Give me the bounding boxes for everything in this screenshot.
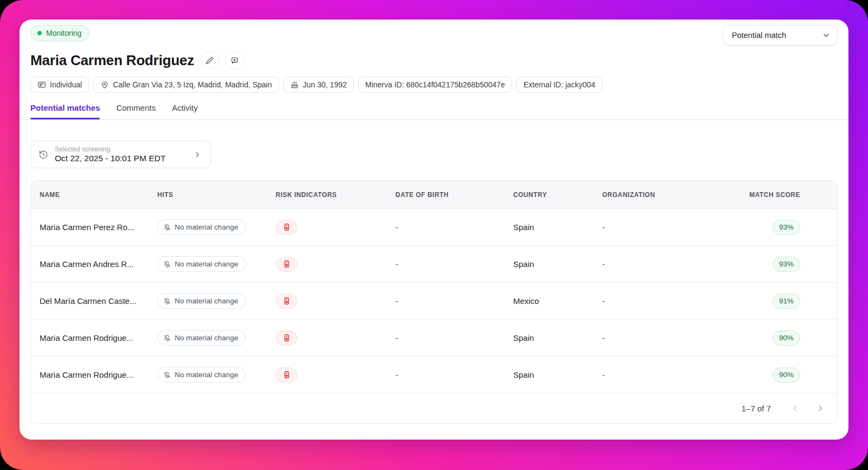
pencil-icon <box>206 56 214 65</box>
chip-external-id-label: External ID: jacky004 <box>524 80 595 89</box>
chip-minerva-id: Minerva ID: 680c14f042175b268b50047e <box>358 77 512 93</box>
col-header-country: COUNTRY <box>513 191 602 199</box>
chevron-left-icon <box>790 404 800 413</box>
bell-slash-icon <box>163 224 171 231</box>
tab-potential-matches[interactable]: Potential matches <box>30 103 100 119</box>
hits-chip-label: No material change <box>175 260 238 268</box>
hits-chip-label: No material change <box>175 223 238 231</box>
hits-chip-label: No material change <box>175 297 238 305</box>
monitoring-status-badge: Monitoring <box>30 25 90 41</box>
table-row[interactable]: Maria Carmen Rodrigue... No material cha… <box>31 357 837 393</box>
match-score-badge: 93% <box>773 220 800 235</box>
col-header-risk-indicators: RISK INDICATORS <box>276 191 395 199</box>
history-icon <box>39 150 48 160</box>
match-name: Del María Carmen Caste... <box>40 296 157 306</box>
match-dob: - <box>395 223 513 232</box>
screening-selector[interactable]: Selected screening Oct 22, 2025 - 10:01 … <box>30 141 211 168</box>
match-country: Spain <box>513 223 602 232</box>
green-status-dot-icon <box>37 31 42 35</box>
match-score-badge: 90% <box>773 367 800 383</box>
tab-activity[interactable]: Activity <box>172 103 198 119</box>
match-country: Spain <box>513 259 602 269</box>
match-score-badge: 90% <box>773 331 800 346</box>
hits-chip: No material change <box>157 293 246 309</box>
entity-meta-chips: Individual Calle Gran Via 23, 5 Izq, Mad… <box>30 77 838 93</box>
chevron-down-icon <box>822 31 831 40</box>
table-row[interactable]: Maria Carmen Perez Ro... No material cha… <box>31 209 837 246</box>
chip-address-label: Calle Gran Via 23, 5 Izq, Madrid, Madrid… <box>113 80 272 89</box>
chip-entity-type: Individual <box>30 77 89 93</box>
chip-date-of-birth-label: Jun 30, 1992 <box>303 80 347 89</box>
tab-comments[interactable]: Comments <box>116 103 156 119</box>
birthday-cake-icon <box>290 80 299 89</box>
match-score-badge: 93% <box>773 257 800 272</box>
match-name: Maria Carmen Rodrigue... <box>40 370 157 379</box>
table-row[interactable]: Maria Carmen Rodrigue... No material cha… <box>31 320 837 357</box>
adverse-media-risk-indicator <box>276 257 297 272</box>
screening-selector-label: Selected screening <box>55 145 187 153</box>
chevron-right-icon <box>816 404 825 413</box>
match-country: Spain <box>513 370 602 379</box>
table-row[interactable]: Del María Carmen Caste... No material ch… <box>31 283 837 320</box>
match-dob: - <box>395 370 513 379</box>
hits-chip-label: No material change <box>175 371 238 379</box>
page-title: Maria Carmen Rodriguez <box>30 52 194 69</box>
match-organization: - <box>602 370 743 379</box>
location-pin-icon <box>100 80 109 89</box>
match-organization: - <box>602 223 743 232</box>
table-row[interactable]: Maria Carmen Andres R... No material cha… <box>31 246 837 283</box>
hits-chip: No material change <box>157 219 246 235</box>
hits-chip: No material change <box>157 367 246 383</box>
col-header-name: NAME <box>40 191 157 199</box>
match-status-dropdown-value: Potential match <box>732 31 786 40</box>
match-country: Mexico <box>513 296 602 306</box>
chip-entity-type-label: Individual <box>50 80 82 89</box>
match-organization: - <box>602 259 743 269</box>
hits-chip: No material change <box>157 330 246 346</box>
col-header-date-of-birth: DATE OF BIRTH <box>395 191 513 199</box>
profile-tabs: Potential matches Comments Activity <box>30 103 838 119</box>
chip-date-of-birth: Jun 30, 1992 <box>283 77 354 93</box>
chip-external-id: External ID: jacky004 <box>516 77 602 93</box>
match-name: Maria Carmen Rodrigue... <box>40 333 157 342</box>
entity-profile-card: Monitoring Potential match Maria Carmen … <box>20 20 848 440</box>
match-country: Spain <box>513 333 602 342</box>
adverse-media-risk-indicator <box>276 294 297 309</box>
match-organization: - <box>602 296 743 306</box>
screening-selector-value: Oct 22, 2025 - 10:01 PM EDT <box>55 154 187 163</box>
bell-slash-icon <box>163 334 171 342</box>
profile-header: Monitoring Potential match Maria Carmen … <box>20 20 848 119</box>
hits-chip-label: No material change <box>175 334 238 342</box>
match-dob: - <box>395 333 513 342</box>
comment-plus-icon <box>231 56 239 65</box>
table-header-row: NAME HITS RISK INDICATORS DATE OF BIRTH … <box>31 181 837 209</box>
adverse-media-risk-indicator <box>276 367 297 383</box>
edit-name-button[interactable] <box>201 51 219 69</box>
pagination-range-label: 1–7 of 7 <box>742 404 771 413</box>
table-footer: 1–7 of 7 <box>31 393 837 423</box>
match-score-badge: 91% <box>773 294 800 309</box>
chip-minerva-id-label: Minerva ID: 680c14f042175b268b50047e <box>365 80 505 89</box>
match-dob: - <box>395 259 513 269</box>
pagination-prev-button[interactable] <box>790 404 800 413</box>
potential-matches-table: NAME HITS RISK INDICATORS DATE OF BIRTH … <box>30 180 838 424</box>
col-header-organization: ORGANIZATION <box>602 191 743 199</box>
bell-slash-icon <box>163 297 171 305</box>
hits-chip: No material change <box>157 256 246 272</box>
chip-address: Calle Gran Via 23, 5 Izq, Madrid, Madrid… <box>93 77 279 93</box>
match-dob: - <box>395 296 513 306</box>
match-status-dropdown[interactable]: Potential match <box>723 25 838 46</box>
potential-matches-panel: Selected screening Oct 22, 2025 - 10:01 … <box>20 120 848 424</box>
adverse-media-risk-indicator <box>276 331 297 346</box>
match-name: Maria Carmen Andres R... <box>40 259 157 269</box>
match-organization: - <box>602 333 743 342</box>
col-header-hits: HITS <box>157 191 276 199</box>
pagination-next-button[interactable] <box>816 404 825 413</box>
match-name: Maria Carmen Perez Ro... <box>40 223 157 232</box>
col-header-match-score: MATCH SCORE <box>749 191 826 199</box>
add-comment-button[interactable] <box>226 51 244 69</box>
chevron-right-icon <box>193 150 202 159</box>
monitoring-status-label: Monitoring <box>46 29 81 37</box>
bell-slash-icon <box>163 261 171 268</box>
bell-slash-icon <box>163 371 171 379</box>
